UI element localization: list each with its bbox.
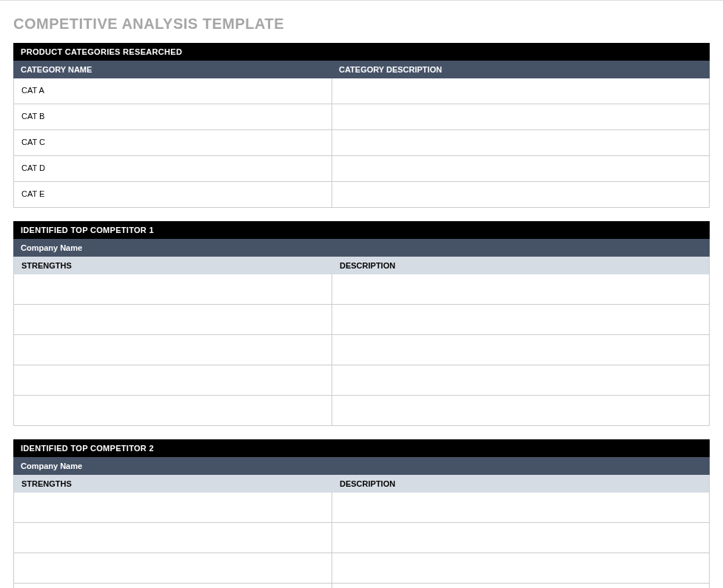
competitor-1-section: IDENTIFIED TOP COMPETITOR 1 Company Name… bbox=[13, 221, 710, 426]
col-header-desc: CATEGORY DESCRIPTION bbox=[332, 61, 710, 78]
category-name-cell[interactable]: CAT C bbox=[14, 130, 332, 155]
category-desc-cell[interactable] bbox=[332, 78, 709, 104]
company-name-label: Company Name bbox=[13, 239, 90, 257]
competitor-1-header: IDENTIFIED TOP COMPETITOR 1 bbox=[13, 221, 710, 239]
strength-cell[interactable] bbox=[14, 523, 332, 552]
category-desc-cell[interactable] bbox=[332, 104, 709, 129]
table-row bbox=[13, 523, 710, 553]
competitor-2-header: IDENTIFIED TOP COMPETITOR 2 bbox=[13, 439, 710, 457]
category-name-cell[interactable]: CAT D bbox=[14, 156, 332, 181]
desc-cell[interactable] bbox=[332, 365, 709, 395]
desc-cell[interactable] bbox=[332, 553, 709, 583]
competitor-1-column-header: STRENGTHS DESCRIPTION bbox=[13, 257, 710, 274]
strength-cell[interactable] bbox=[14, 305, 332, 334]
categories-column-header: CATEGORY NAME CATEGORY DESCRIPTION bbox=[13, 61, 710, 78]
strength-cell[interactable] bbox=[14, 396, 332, 425]
table-row: CAT E bbox=[13, 182, 710, 208]
company-name-row: Company Name bbox=[13, 239, 710, 257]
desc-cell[interactable] bbox=[332, 335, 709, 365]
category-desc-cell[interactable] bbox=[332, 130, 709, 155]
category-desc-cell[interactable] bbox=[332, 156, 709, 181]
page-title: COMPETITIVE ANALYSIS TEMPLATE bbox=[13, 16, 710, 33]
strength-cell[interactable] bbox=[14, 335, 332, 365]
col-header-desc: DESCRIPTION bbox=[332, 257, 709, 274]
category-name-cell[interactable]: CAT A bbox=[14, 78, 332, 104]
desc-cell[interactable] bbox=[332, 396, 709, 425]
company-name-label: Company Name bbox=[13, 457, 90, 475]
table-row bbox=[13, 493, 710, 523]
col-header-name: CATEGORY NAME bbox=[13, 61, 332, 78]
table-row bbox=[13, 365, 710, 396]
table-row bbox=[13, 396, 710, 426]
document-container: COMPETITIVE ANALYSIS TEMPLATE PRODUCT CA… bbox=[0, 1, 723, 588]
strength-cell[interactable] bbox=[14, 493, 332, 522]
categories-header: PRODUCT CATEGORIES RESEARCHED bbox=[13, 43, 710, 61]
strength-cell[interactable] bbox=[14, 274, 332, 304]
categories-section: PRODUCT CATEGORIES RESEARCHED CATEGORY N… bbox=[13, 43, 710, 208]
strength-cell[interactable] bbox=[14, 553, 332, 583]
col-header-strengths: STRENGTHS bbox=[14, 475, 332, 493]
table-row: CAT D bbox=[13, 156, 710, 182]
table-row bbox=[13, 584, 710, 588]
desc-cell[interactable] bbox=[332, 523, 709, 552]
col-header-desc: DESCRIPTION bbox=[332, 475, 709, 493]
table-row bbox=[13, 305, 710, 335]
desc-cell[interactable] bbox=[332, 493, 709, 522]
strength-cell[interactable] bbox=[14, 365, 332, 395]
table-row bbox=[13, 335, 710, 365]
category-name-cell[interactable]: CAT B bbox=[14, 104, 332, 129]
table-row: CAT C bbox=[13, 130, 710, 156]
table-row: CAT B bbox=[13, 104, 710, 130]
table-row bbox=[13, 274, 710, 305]
desc-cell[interactable] bbox=[332, 274, 709, 304]
desc-cell[interactable] bbox=[332, 305, 709, 334]
category-name-cell[interactable]: CAT E bbox=[14, 182, 332, 207]
competitor-2-section: IDENTIFIED TOP COMPETITOR 2 Company Name… bbox=[13, 439, 710, 588]
strength-cell[interactable] bbox=[14, 584, 332, 588]
competitor-2-column-header: STRENGTHS DESCRIPTION bbox=[13, 475, 710, 493]
company-name-row: Company Name bbox=[13, 457, 710, 475]
table-row: CAT A bbox=[13, 78, 710, 104]
desc-cell[interactable] bbox=[332, 584, 709, 588]
table-row bbox=[13, 553, 710, 584]
category-desc-cell[interactable] bbox=[332, 182, 709, 207]
col-header-strengths: STRENGTHS bbox=[14, 257, 332, 274]
